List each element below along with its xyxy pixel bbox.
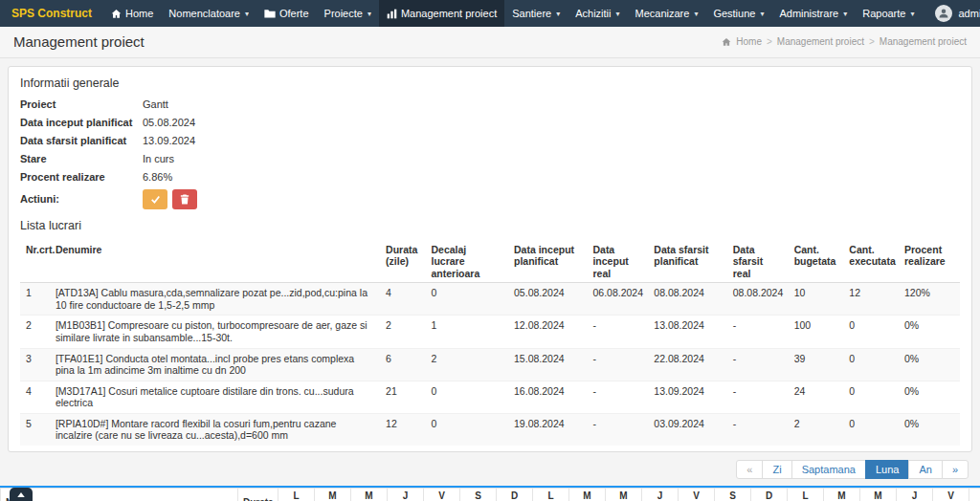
gantt-zoom-zi[interactable]: Zi (762, 460, 791, 479)
table-cell: - (727, 316, 789, 348)
table-cell: 0 (425, 283, 508, 316)
gantt-prev-button[interactable]: « (736, 460, 763, 479)
page-header: Management proiect Home > Management pro… (0, 27, 980, 58)
gantt-header-durata: Durata (zile) (238, 489, 278, 501)
gantt-day-letter: S (715, 489, 751, 501)
arrow-up-icon (16, 490, 26, 500)
gantt-day-letter: M (606, 489, 642, 501)
nav-item-rapoarte[interactable]: Rapoarte▾ (855, 0, 922, 27)
info-field-value: 13.09.2024 (143, 135, 195, 147)
actions (143, 189, 197, 209)
gantt-day-letter: M (824, 489, 860, 501)
breadcrumb-separator: > (869, 36, 875, 47)
table-cell: 6 (380, 348, 425, 381)
table-cell: 4 (380, 283, 425, 316)
delete-button[interactable] (172, 189, 197, 209)
nav-item-label: Gestiune (713, 8, 755, 19)
table-cell: 24 (789, 381, 844, 413)
table-cell: 0% (899, 413, 960, 446)
breadcrumb-item[interactable]: Management proiect (777, 36, 864, 47)
breadcrumb-separator: > (767, 36, 772, 47)
table-cell: 0 (425, 381, 508, 413)
table-row: 2[M1B03B1] Compresoare cu piston, turboc… (20, 316, 960, 348)
table-cell: 03.09.2024 (648, 413, 726, 446)
nav-item-oferte[interactable]: Oferte (256, 0, 317, 27)
chevron-down-icon: ▾ (368, 10, 371, 18)
table-cell: - (587, 381, 648, 413)
table-cell: 16.08.2024 (508, 381, 587, 413)
gantt-day-letter: D (751, 489, 788, 501)
info-field-value: In curs (143, 153, 174, 165)
table-cell: [M1B03B1] Compresoare cu piston, turboco… (50, 316, 380, 348)
table-cell: 100 (789, 316, 844, 348)
gantt-head: Nr. crt.DenumireDurata (zile)LMMJVSDLMMJ… (1, 489, 980, 501)
table-cell: 10 (789, 283, 844, 316)
table-cell: [TFA01E1] Conducta otel montata...incl p… (50, 348, 380, 381)
user-menu[interactable]: admin (922, 0, 980, 27)
table-cell: [RPIA10D#] Montare racord flexibil la co… (50, 413, 380, 446)
info-field-label: Data sfarsit planificat (20, 135, 143, 147)
nav-item-proiecte[interactable]: Proiecte▾ (317, 0, 379, 27)
gantt-day-letter: L (788, 489, 824, 501)
nav-item-achizitii[interactable]: Achizitii▾ (568, 0, 627, 27)
table-cell: 39 (789, 348, 844, 381)
breadcrumb-home[interactable]: Home (736, 36, 762, 47)
table-cell: 12 (843, 283, 899, 316)
column-header: Procent realizare (899, 241, 960, 283)
info-field-label: Proiect (20, 98, 143, 111)
confirm-button[interactable] (143, 189, 167, 209)
gantt-next-button[interactable]: » (942, 460, 969, 479)
table-cell: 15.08.2024 (508, 348, 587, 381)
nav-item-santiere[interactable]: Santiere▾ (504, 0, 568, 27)
lista-section-title: Lista lucrari (20, 219, 960, 232)
table-cell: 1 (425, 316, 508, 348)
nav-item-mecanizare[interactable]: Mecanizare▾ (628, 0, 706, 27)
column-header: Data sfarsit real (727, 241, 789, 283)
nav-item-gestiune[interactable]: Gestiune▾ (705, 0, 771, 27)
table-cell: - (587, 348, 648, 381)
scroll-top-button[interactable] (10, 488, 33, 501)
breadcrumb: Home > Management proiect > Management p… (722, 36, 967, 47)
table-row: 1[ATD13A] Cablu masura,cda,semnalizare p… (20, 283, 960, 316)
gantt-day-letter: V (679, 489, 715, 501)
info-field: StareIn curs (20, 153, 960, 165)
info-field: ProiectGantt (20, 98, 960, 111)
gantt-table: Nr. crt.DenumireDurata (zile)LMMJVSDLMMJ… (0, 488, 980, 501)
breadcrumb-current: Management proiect (880, 36, 967, 47)
gantt-day-letter: L (278, 489, 315, 501)
table-cell: 0 (425, 413, 508, 446)
main-card: Informatii generale ProiectGanttData inc… (8, 66, 972, 452)
trash-icon (180, 194, 189, 205)
table-cell: 08.08.2024 (727, 283, 789, 316)
table-cell: 0 (843, 348, 899, 381)
table-cell: - (727, 348, 789, 381)
column-header: Data inceput planificat (508, 241, 587, 283)
gantt-zoom-saptamana[interactable]: Saptamana (791, 460, 866, 479)
folder-icon (264, 9, 276, 18)
nav-item-nomenclatoare[interactable]: Nomenclatoare▾ (161, 0, 256, 27)
table-cell: 05.08.2024 (508, 283, 587, 316)
info-field-value: 05.08.2024 (143, 117, 195, 129)
gantt-section: Nr. crt.DenumireDurata (zile)LMMJVSDLMMJ… (0, 486, 980, 501)
table-cell: 06.08.2024 (587, 283, 648, 316)
gantt-zoom-an[interactable]: An (908, 460, 942, 479)
lista-table: Nr.crt.DenumireDurata (zile)Decalaj lucr… (20, 241, 960, 446)
table-cell: 0 (843, 413, 899, 446)
nav-item-management-proiect[interactable]: Management proiect (379, 0, 504, 27)
avatar (935, 5, 952, 22)
gantt-day-letter: D (497, 489, 533, 501)
table-cell: 21 (380, 381, 425, 413)
table-row: 5[RPIA10D#] Montare racord flexibil la c… (20, 413, 960, 446)
home-icon (722, 37, 731, 47)
table-cell: 5 (20, 413, 50, 446)
gantt-zoom-luna[interactable]: Luna (865, 460, 909, 479)
nav-item-label: Santiere (512, 8, 551, 19)
home-icon (111, 9, 122, 19)
brand[interactable]: SPS Construct (0, 0, 103, 27)
info-field: Data sfarsit planificat13.09.2024 (20, 135, 960, 147)
nav-item-home[interactable]: Home (103, 0, 161, 27)
table-cell: 1 (20, 283, 50, 316)
nav-item-label: Administrare (779, 8, 838, 19)
gantt-day-letter: V (933, 489, 969, 501)
nav-item-administrare[interactable]: Administrare▾ (771, 0, 855, 27)
